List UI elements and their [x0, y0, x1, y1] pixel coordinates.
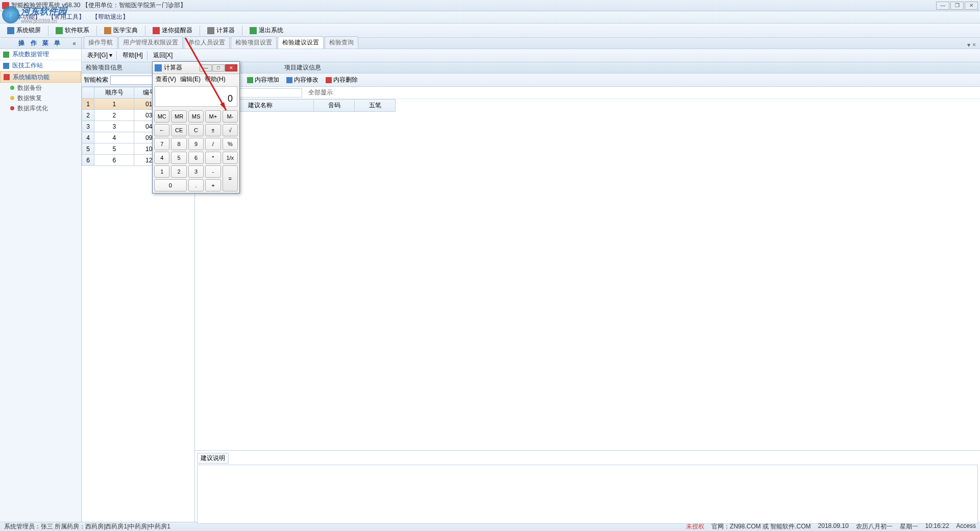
close-button[interactable]: ✕: [965, 2, 978, 10]
sidebar-item-station[interactable]: 医技工作站: [0, 60, 81, 71]
tab-test-query[interactable]: 检验查询: [325, 36, 358, 49]
calc-btn[interactable]: 8: [171, 138, 186, 150]
menu-help[interactable]: 【帮助退出】: [92, 13, 129, 21]
status-weekday: 星期一: [900, 522, 918, 531]
app-icon: [2, 2, 9, 9]
calc-maximize[interactable]: □: [212, 64, 225, 71]
desc-textarea[interactable]: [197, 465, 978, 524]
gear-icon: [4, 74, 10, 80]
calc-btn[interactable]: 1/x: [223, 152, 238, 164]
status-time: 10:16:22: [925, 522, 949, 531]
status-lunar: 农历八月初一: [856, 522, 893, 531]
sub-toolbar: 表列[G] ▾ 帮助[H] 返回[X]: [82, 49, 980, 62]
calc-btn-ms[interactable]: MS: [188, 110, 204, 123]
calc-display: 0: [155, 86, 237, 107]
calc-app-icon: [155, 64, 162, 71]
calc-btn-mc[interactable]: MC: [154, 110, 169, 123]
calc-btn[interactable]: *: [205, 152, 220, 164]
calc-btn-m-[interactable]: M-: [223, 110, 238, 123]
calc-btn[interactable]: ←: [154, 124, 169, 136]
calc-btn[interactable]: C: [188, 124, 204, 136]
calc-btn[interactable]: -: [205, 165, 220, 178]
calc-btn[interactable]: 2: [171, 165, 186, 178]
sidebar-sub-optimize[interactable]: 数据库优化: [0, 103, 81, 113]
sidebar-item-assist[interactable]: 系统辅助功能: [0, 71, 81, 83]
status-db: Access: [956, 522, 976, 531]
col-pinyin[interactable]: 音码: [314, 100, 355, 112]
tb-calculator[interactable]: 计算器: [204, 25, 238, 36]
col-wubi[interactable]: 五笔: [355, 100, 396, 112]
calc-btn[interactable]: 1: [154, 165, 169, 178]
calc-btn[interactable]: +: [205, 179, 220, 191]
status-date: 2018.09.10: [818, 522, 849, 531]
tb-contact[interactable]: 软件联系: [53, 25, 92, 36]
tab-users[interactable]: 用户管理及权限设置: [118, 36, 183, 49]
sidebar-collapse[interactable]: «: [72, 40, 78, 47]
bell-icon: [153, 27, 160, 34]
tab-test-suggest[interactable]: 检验建议设置: [278, 36, 324, 49]
action-delete[interactable]: 内容删除: [326, 76, 358, 84]
sidebar: 操 作 菜 单 « 系统数据管理 医技工作站 系统辅助功能 数据备份 数据恢复 …: [0, 38, 82, 522]
calc-btn[interactable]: ±: [205, 124, 220, 136]
calc-titlebar[interactable]: 计算器 — □ ✕: [153, 62, 239, 74]
status-unauth: 未授权: [686, 522, 704, 531]
calc-btn-0[interactable]: 0: [154, 179, 187, 191]
calc-menu-edit[interactable]: 编辑(E): [180, 75, 201, 84]
sidebar-sub-restore[interactable]: 数据恢复: [0, 93, 81, 103]
menu-basic[interactable]: 【基本功能】: [4, 13, 41, 21]
calc-btn[interactable]: 6: [188, 152, 204, 164]
calc-btn[interactable]: 7: [154, 138, 169, 150]
sidebar-sub-backup[interactable]: 数据备份: [0, 83, 81, 93]
tab-unit[interactable]: 单位人员设置: [184, 36, 230, 49]
calc-btn[interactable]: CE: [171, 124, 186, 136]
search-label: 智能检索: [84, 76, 108, 84]
sidebar-item-data[interactable]: 系统数据管理: [0, 49, 81, 60]
tb-reminder[interactable]: 迷你提醒器: [150, 25, 195, 36]
calc-minimize[interactable]: —: [200, 64, 212, 71]
edit-icon: [286, 77, 292, 83]
calc-btn-m+[interactable]: M+: [205, 110, 220, 123]
minimize-button[interactable]: —: [936, 2, 949, 10]
restore-button[interactable]: ❐: [950, 2, 964, 10]
calc-btn[interactable]: √: [223, 124, 238, 136]
section-right-header: 项目建议信息: [195, 62, 980, 74]
calculator-window[interactable]: 计算器 — □ ✕ 查看(V) 编辑(E) 帮助(H) 0 MCMRMSM+M-…: [152, 61, 240, 194]
right-panel: 内容增加 内容修改 内容删除 全部显示 建议名称 音码 五笔: [195, 74, 980, 522]
calc-btn[interactable]: .: [188, 179, 204, 191]
tabs-dropdown[interactable]: ▾: [967, 41, 970, 49]
calc-btn[interactable]: 9: [188, 138, 204, 150]
calc-menu-help[interactable]: 帮助(H): [205, 75, 226, 84]
show-all-label[interactable]: 全部显示: [308, 88, 333, 97]
calc-title: 计算器: [164, 63, 182, 72]
action-add[interactable]: 内容增加: [247, 76, 279, 84]
description-panel: 建议说明: [195, 450, 980, 522]
tb-exit[interactable]: 退出系统: [247, 25, 286, 36]
calc-btn[interactable]: 5: [171, 152, 186, 164]
lock-icon: [7, 27, 14, 34]
status-user: 系统管理员：张三 所属药房：西药房|西药房1|中药房|中药房1: [4, 522, 170, 531]
tab-test-project[interactable]: 检验项目设置: [231, 36, 277, 49]
menu-tools[interactable]: 【常用工具】: [48, 13, 85, 21]
tabs-close[interactable]: ×: [972, 41, 976, 49]
tab-nav[interactable]: 操作导航: [84, 36, 117, 49]
calc-close[interactable]: ✕: [225, 64, 237, 71]
st-columns[interactable]: 表列[G] ▾: [86, 51, 112, 60]
st-help[interactable]: 帮助[H]: [121, 51, 142, 60]
calc-btn-equals[interactable]: =: [223, 165, 238, 191]
database-icon: [3, 52, 9, 58]
col-seq[interactable]: 顺序号: [94, 87, 134, 99]
action-edit[interactable]: 内容修改: [286, 76, 318, 84]
st-back[interactable]: 返回[X]: [152, 51, 173, 60]
bullet-icon: [10, 86, 14, 90]
calc-btn-mr[interactable]: MR: [171, 110, 186, 123]
document-icon: [3, 63, 9, 69]
calc-btn[interactable]: 4: [154, 152, 169, 164]
calc-btn[interactable]: /: [205, 138, 220, 150]
calc-btn[interactable]: 3: [188, 165, 204, 178]
calc-btn[interactable]: %: [223, 138, 238, 150]
tb-lock[interactable]: 系统锁屏: [4, 25, 44, 36]
calc-menu-view[interactable]: 查看(V): [156, 75, 176, 84]
tb-dictionary[interactable]: 医学宝典: [101, 25, 141, 36]
plus-icon: [247, 77, 253, 83]
menu-bar: 【基本功能】 【常用工具】 【帮助退出】: [0, 11, 980, 23]
